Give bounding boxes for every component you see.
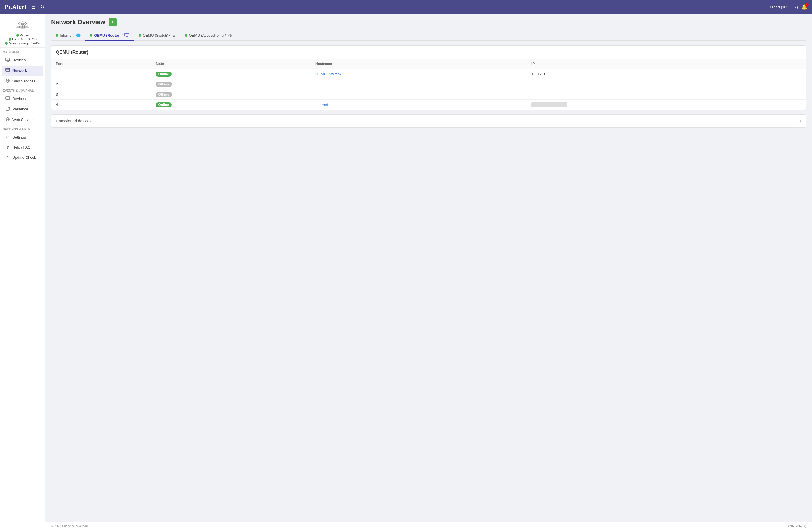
sidebar-item-ev-devices[interactable]: Devices [2, 94, 43, 104]
notification-count: 1 [804, 2, 809, 6]
col-port: Port [52, 59, 151, 69]
router-table-body: 1OnlineQEMU (Switch)10.0.2.32Offline3Off… [52, 69, 806, 110]
tabs: Internet / 🌐 QEMU (Router) / QEMU (Switc… [51, 31, 806, 41]
hostname-link[interactable]: QEMU (Switch) [316, 72, 341, 76]
user-time: DietPi (16:32:57) [770, 5, 798, 9]
sidebar-item-settings[interactable]: ⚙ Settings [2, 132, 43, 142]
cell-state: Online [151, 69, 311, 79]
section-events: EVENTS & JOURNAL [0, 86, 45, 94]
sidebar-item-main-network-label: Network [13, 69, 27, 73]
sidebar-item-ev-webservices[interactable]: Web Services [2, 115, 43, 125]
table-row: 2Offline [52, 79, 806, 89]
tab-router-dot [90, 34, 92, 37]
cell-hostname[interactable]: Internet [311, 100, 527, 110]
router-card-title: QEMU (Router) [52, 46, 806, 59]
topbar: Pi.Alert ☰ ↻ DietPi (16:32:57) 🔔 1 [0, 0, 812, 14]
cell-state: Online [151, 100, 311, 110]
menu-icon[interactable]: ☰ [31, 4, 36, 10]
unassigned-label: Unassigned devices [56, 119, 91, 123]
footer-right: (2023-06-07) [788, 524, 806, 528]
state-badge: Offline [156, 82, 172, 87]
network-icon [5, 68, 10, 73]
svg-point-28 [230, 37, 231, 37]
refresh-icon[interactable]: ↻ [40, 4, 45, 10]
ip-blurred: ██████████ [532, 102, 567, 108]
tab-switch-dot [139, 34, 141, 37]
tab-router[interactable]: QEMU (Router) / [85, 31, 134, 41]
sidebar: Active Load: 0.01 0.02 0 Memory usage: 1… [0, 14, 45, 530]
cell-ip: ██████████ [527, 100, 806, 110]
cell-ip [527, 89, 806, 100]
sidebar-item-main-devices-label: Devices [13, 58, 26, 62]
cell-hostname [311, 89, 527, 100]
ev-webservices-icon [5, 117, 10, 123]
sidebar-item-settings-label: Settings [13, 135, 26, 140]
svg-rect-15 [6, 97, 10, 99]
help-icon: ? [5, 145, 10, 150]
tab-switch[interactable]: QEMU (Switch) / 🖥 [134, 31, 180, 41]
sidebar-item-ev-presence-label: Presence [13, 107, 28, 111]
hostname-link[interactable]: Internet [316, 102, 328, 107]
footer: © 2023 Puche & leiweibau (2023-06-07) [45, 522, 812, 530]
state-badge: Offline [156, 92, 172, 97]
sidebar-item-ev-webservices-label: Web Services [13, 118, 35, 122]
state-badge: Online [156, 72, 172, 77]
col-state: State [151, 59, 311, 69]
table-row: 3Offline [52, 89, 806, 100]
router-card: QEMU (Router) Port State Hostname IP 1On… [51, 45, 806, 110]
tab-accesspoint[interactable]: QEMU (AccessPoint) / [180, 31, 237, 41]
unassigned-header[interactable]: Unassigned devices + [52, 115, 806, 127]
status-active: Active [14, 33, 31, 37]
sidebar-item-update-label: Update Check [13, 155, 36, 160]
main-layout: Active Load: 0.01 0.02 0 Memory usage: 1… [0, 14, 812, 530]
svg-rect-7 [6, 58, 10, 61]
update-icon: ↻ [5, 155, 10, 160]
notification-badge[interactable]: 🔔 1 [801, 4, 808, 10]
sidebar-item-ev-presence[interactable]: Presence [2, 104, 43, 114]
table-row: 4OnlineInternet██████████ [52, 100, 806, 110]
cell-hostname[interactable]: QEMU (Switch) [311, 69, 527, 79]
router-table: Port State Hostname IP 1OnlineQEMU (Swit… [52, 59, 806, 110]
page-title: Network Overview [51, 18, 105, 26]
cell-port: 4 [52, 100, 151, 110]
table-row: 1OnlineQEMU (Switch)10.0.2.3 [52, 69, 806, 79]
cell-ip [527, 79, 806, 89]
sidebar-item-main-webservices[interactable]: Web Services [2, 76, 43, 86]
cell-hostname [311, 79, 527, 89]
footer-left: © 2023 Puche & leiweibau [51, 524, 88, 528]
sidebar-item-main-network[interactable]: Network [2, 66, 43, 75]
svg-rect-25 [125, 33, 129, 36]
tab-accesspoint-dot [185, 34, 187, 37]
tab-internet-label: Internet / [60, 33, 74, 38]
sidebar-item-main-webservices-label: Web Services [13, 79, 35, 83]
settings-icon: ⚙ [5, 134, 10, 140]
cell-port: 3 [52, 89, 151, 100]
cell-ip: 10.0.2.3 [527, 69, 806, 79]
svg-point-6 [22, 25, 23, 26]
tab-internet[interactable]: Internet / 🌐 [51, 31, 85, 41]
sidebar-item-ev-devices-label: Devices [13, 97, 26, 101]
presence-icon [5, 106, 10, 112]
svg-rect-10 [6, 69, 10, 71]
tab-accesspoint-icon [228, 33, 233, 38]
tab-router-icon [124, 33, 129, 38]
unassigned-plus-icon[interactable]: + [799, 119, 801, 123]
sidebar-item-main-devices[interactable]: Devices [2, 55, 43, 65]
load-dot [9, 38, 11, 41]
add-button[interactable]: + [109, 18, 117, 26]
col-ip: IP [527, 59, 806, 69]
sidebar-item-update[interactable]: ↻ Update Check [2, 153, 43, 162]
section-settings: SETTINGS & HELP [0, 125, 45, 132]
active-dot [16, 34, 19, 37]
sidebar-logo-icon [15, 18, 30, 32]
tab-switch-icon: 🖥 [172, 33, 176, 38]
devices-icon [5, 57, 10, 63]
section-main-menu: MAIN MENU [0, 48, 45, 55]
sidebar-item-help[interactable]: ? Help / FAQ [2, 143, 43, 152]
topbar-right: DietPi (16:32:57) 🔔 1 [770, 4, 808, 10]
tab-internet-icon: 🌐 [76, 33, 81, 38]
page-header: Network Overview + [51, 18, 806, 26]
unassigned-card: Unassigned devices + [51, 114, 806, 128]
topbar-left: Pi.Alert ☰ ↻ [4, 4, 45, 10]
svg-rect-18 [6, 107, 9, 111]
